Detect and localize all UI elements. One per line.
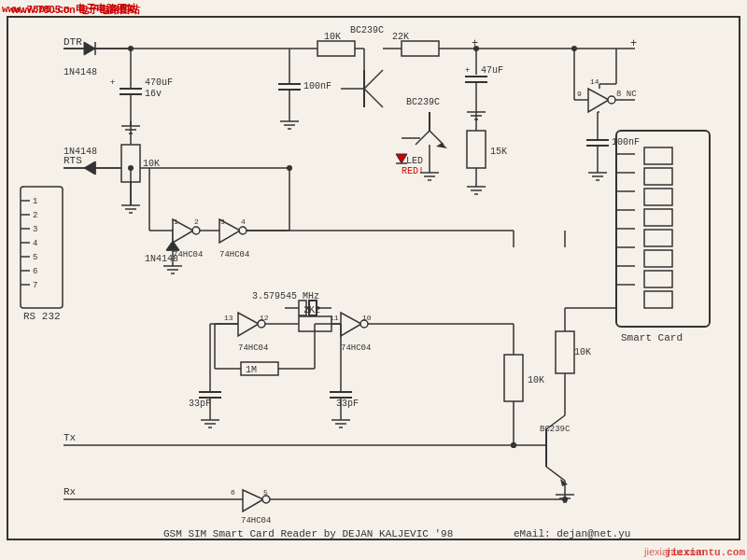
svg-rect-71 (402, 41, 439, 56)
svg-text:470uF: 470uF (145, 77, 173, 88)
svg-rect-178 (504, 355, 523, 401)
svg-text:BC239C: BC239C (406, 97, 440, 107)
svg-text:1: 1 (174, 217, 178, 226)
svg-text:10K: 10K (143, 159, 160, 169)
svg-text:2: 2 (194, 217, 199, 226)
svg-text:100nF: 100nF (612, 137, 640, 147)
svg-point-130 (287, 165, 292, 171)
svg-text:DTR: DTR (63, 36, 82, 48)
svg-rect-109 (467, 131, 486, 168)
svg-rect-66 (317, 41, 355, 56)
svg-point-258 (128, 165, 134, 171)
svg-point-204 (262, 496, 270, 503)
svg-text:74HC04: 74HC04 (238, 343, 268, 353)
svg-text:4: 4 (33, 239, 37, 248)
svg-text:www.7805.cn 电子电路图站: www.7805.cn 电子电路图站 (10, 4, 141, 15)
svg-text:47uF: 47uF (481, 65, 503, 76)
circuit-diagram: www.7805.cn 电子电路图站 1 2 3 4 5 6 7 RS 232 … (0, 0, 747, 560)
svg-text:5: 5 (263, 488, 268, 497)
svg-point-242 (571, 46, 577, 51)
svg-text:Rx: Rx (63, 486, 77, 497)
svg-text:Smart Card: Smart Card (621, 332, 683, 343)
svg-text:8  NC: 8 NC (616, 90, 637, 99)
svg-text:6: 6 (231, 488, 235, 497)
svg-text:13: 13 (224, 314, 233, 322)
svg-point-259 (511, 442, 516, 448)
svg-text:6: 6 (33, 267, 37, 276)
svg-text:74HC04: 74HC04 (173, 250, 203, 259)
svg-point-260 (562, 497, 568, 502)
svg-text:3: 3 (33, 225, 37, 234)
svg-text:RED!: RED! (402, 166, 424, 176)
svg-text:16v: 16v (145, 89, 162, 99)
svg-text:9: 9 (577, 90, 582, 98)
svg-text:GSM SIM Smart Card Reader by D: GSM SIM Smart Card Reader by DEJAN KALJE… (163, 528, 453, 539)
svg-point-256 (473, 46, 479, 51)
svg-point-232 (608, 96, 615, 104)
svg-text:1: 1 (33, 197, 37, 206)
svg-text:74HC04: 74HC04 (219, 250, 249, 259)
svg-text:74HC04: 74HC04 (241, 516, 271, 525)
svg-rect-198 (556, 331, 574, 373)
svg-text:33pF: 33pF (336, 399, 359, 409)
svg-text:12: 12 (260, 314, 269, 322)
svg-point-121 (239, 227, 247, 234)
svg-text:2: 2 (33, 211, 37, 220)
svg-text:LED: LED (406, 156, 423, 166)
svg-text:7: 7 (33, 281, 37, 290)
svg-text:Tx: Tx (63, 432, 77, 443)
svg-text:15K: 15K (490, 147, 507, 157)
svg-text:10K: 10K (574, 347, 591, 357)
svg-text:100nF: 100nF (303, 81, 331, 91)
svg-text:3: 3 (220, 217, 225, 226)
svg-text:1N4148: 1N4148 (63, 147, 97, 157)
svg-text:5: 5 (33, 253, 37, 262)
svg-text:+: + (110, 78, 115, 88)
svg-text:eMail: dejan@net.yu: eMail: dejan@net.yu (514, 528, 630, 539)
svg-point-257 (128, 46, 134, 51)
svg-text:jiexiantu.com: jiexiantu.com (643, 546, 704, 557)
svg-text:10: 10 (362, 314, 372, 322)
svg-text:33pF: 33pF (189, 399, 211, 409)
svg-text:+: + (465, 66, 470, 76)
svg-text:74HC04: 74HC04 (341, 343, 371, 353)
main-container: www.7805.cn 电子电路图站 jiexiantu.com www.780… (0, 0, 747, 560)
svg-text:10K: 10K (528, 375, 544, 385)
svg-rect-2 (21, 187, 63, 308)
svg-text:BC239C: BC239C (350, 25, 384, 35)
svg-text:14: 14 (590, 77, 599, 86)
svg-text:4: 4 (241, 217, 246, 226)
svg-point-116 (192, 227, 200, 234)
svg-text:RS 232: RS 232 (23, 311, 61, 322)
svg-text:BC239C: BC239C (540, 425, 571, 434)
svg-text:+: + (630, 37, 637, 50)
svg-text:10K: 10K (324, 32, 341, 42)
svg-text:1N4148: 1N4148 (63, 67, 97, 77)
svg-text:2K2: 2K2 (303, 305, 320, 315)
svg-text:1M: 1M (246, 365, 257, 375)
